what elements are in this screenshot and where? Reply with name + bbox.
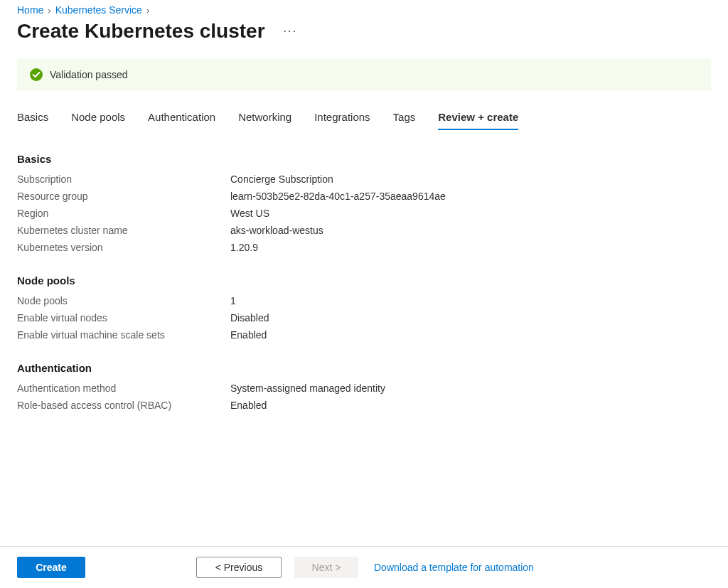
section-basics-title: Basics bbox=[17, 153, 711, 165]
value-cluster-name: aks-workload-westus bbox=[230, 225, 323, 236]
footer: Create < Previous Next > Download a temp… bbox=[0, 546, 728, 588]
tab-tags[interactable]: Tags bbox=[393, 111, 416, 130]
page-title: Create Kubernetes cluster bbox=[17, 20, 265, 43]
breadcrumb-home[interactable]: Home bbox=[17, 4, 43, 16]
row-resource-group: Resource group learn-503b25e2-82da-40c1-… bbox=[17, 191, 711, 202]
label-region: Region bbox=[17, 208, 230, 219]
label-resource-group: Resource group bbox=[17, 191, 230, 202]
chevron-right-icon: › bbox=[48, 5, 50, 16]
success-check-icon bbox=[30, 68, 43, 81]
value-virtual-nodes: Disabled bbox=[230, 312, 269, 324]
tab-networking[interactable]: Networking bbox=[238, 111, 291, 130]
breadcrumb-kubernetes-service[interactable]: Kubernetes Service bbox=[55, 4, 142, 16]
tab-integrations[interactable]: Integrations bbox=[314, 111, 370, 130]
value-region: West US bbox=[230, 208, 269, 219]
section-node-pools-title: Node pools bbox=[17, 274, 711, 287]
previous-button[interactable]: < Previous bbox=[196, 557, 282, 578]
create-button[interactable]: Create bbox=[17, 557, 85, 578]
row-cluster-name: Kubernetes cluster name aks-workload-wes… bbox=[17, 225, 711, 236]
label-kubernetes-version: Kubernetes version bbox=[17, 242, 230, 253]
row-node-pools: Node pools 1 bbox=[17, 295, 711, 306]
label-auth-method: Authentication method bbox=[17, 383, 230, 394]
value-node-pools: 1 bbox=[230, 295, 236, 306]
tab-review-create[interactable]: Review + create bbox=[438, 111, 518, 130]
breadcrumb: Home › Kubernetes Service › bbox=[17, 4, 711, 16]
value-rbac: Enabled bbox=[230, 400, 267, 411]
value-resource-group: learn-503b25e2-82da-40c1-a257-35aeaa9614… bbox=[230, 191, 446, 202]
section-basics: Basics Subscription Concierge Subscripti… bbox=[17, 153, 711, 253]
tab-authentication[interactable]: Authentication bbox=[148, 111, 215, 130]
row-virtual-nodes: Enable virtual nodes Disabled bbox=[17, 312, 711, 324]
value-vmss: Enabled bbox=[230, 329, 267, 341]
row-subscription: Subscription Concierge Subscription bbox=[17, 173, 711, 185]
value-subscription: Concierge Subscription bbox=[230, 173, 333, 185]
next-button: Next > bbox=[294, 557, 358, 578]
tab-basics[interactable]: Basics bbox=[17, 111, 48, 130]
label-vmss: Enable virtual machine scale sets bbox=[17, 329, 230, 341]
svg-point-0 bbox=[30, 68, 43, 81]
more-actions-button[interactable]: ··· bbox=[279, 23, 301, 39]
row-region: Region West US bbox=[17, 208, 711, 219]
tab-node-pools[interactable]: Node pools bbox=[71, 111, 125, 130]
section-authentication-title: Authentication bbox=[17, 362, 711, 374]
tabs: Basics Node pools Authentication Network… bbox=[17, 111, 711, 130]
row-rbac: Role-based access control (RBAC) Enabled bbox=[17, 400, 711, 411]
label-virtual-nodes: Enable virtual nodes bbox=[17, 312, 230, 324]
value-kubernetes-version: 1.20.9 bbox=[230, 242, 258, 253]
label-node-pools: Node pools bbox=[17, 295, 230, 306]
label-rbac: Role-based access control (RBAC) bbox=[17, 400, 230, 411]
chevron-right-icon: › bbox=[146, 5, 149, 16]
row-vmss: Enable virtual machine scale sets Enable… bbox=[17, 329, 711, 341]
label-subscription: Subscription bbox=[17, 173, 230, 185]
value-auth-method: System-assigned managed identity bbox=[230, 383, 385, 394]
section-authentication: Authentication Authentication method Sys… bbox=[17, 362, 711, 411]
section-node-pools: Node pools Node pools 1 Enable virtual n… bbox=[17, 274, 711, 341]
download-template-link[interactable]: Download a template for automation bbox=[374, 562, 534, 573]
row-auth-method: Authentication method System-assigned ma… bbox=[17, 383, 711, 394]
label-cluster-name: Kubernetes cluster name bbox=[17, 225, 230, 236]
validation-message: Validation passed bbox=[50, 69, 127, 80]
validation-banner: Validation passed bbox=[17, 58, 711, 91]
row-kubernetes-version: Kubernetes version 1.20.9 bbox=[17, 242, 711, 253]
